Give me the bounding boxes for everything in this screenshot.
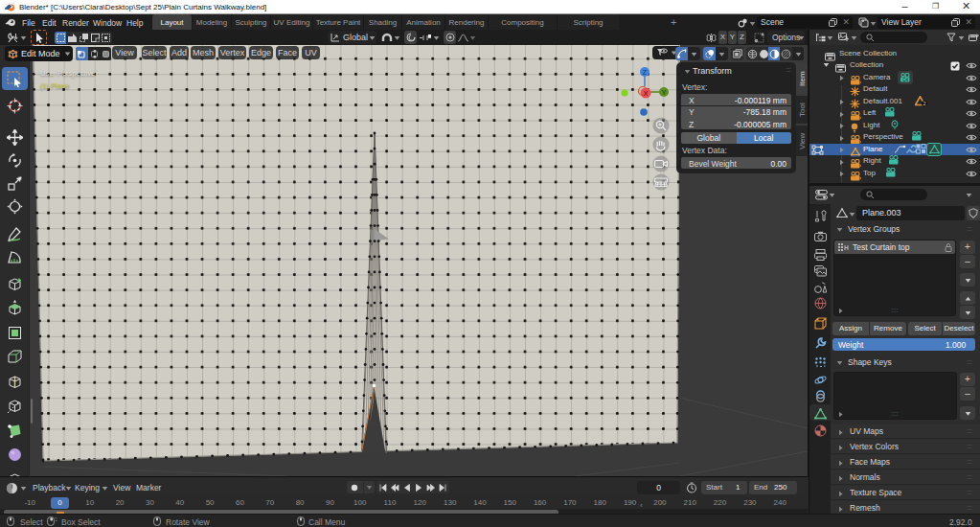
svg-text:2: 2 <box>923 101 925 106</box>
svg-text:Z: Z <box>643 69 648 76</box>
svg-text:C4: C4 <box>902 78 908 82</box>
svg-text:Y: Y <box>662 89 667 96</box>
svg-text:X: X <box>643 89 648 98</box>
